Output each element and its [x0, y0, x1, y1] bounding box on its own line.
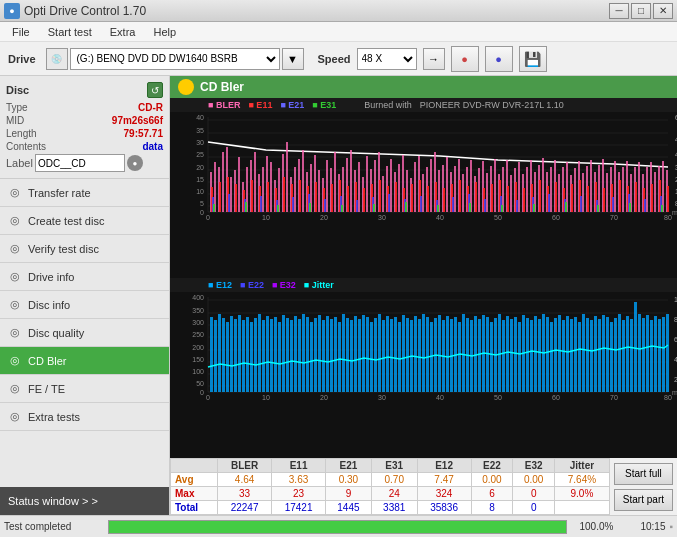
svg-rect-220: [388, 194, 390, 212]
svg-rect-103: [478, 168, 480, 212]
svg-rect-384: [598, 319, 601, 392]
svg-rect-246: [469, 203, 471, 212]
disc-contents-row: Contents data: [6, 141, 163, 152]
sidebar-item-fe-te[interactable]: ◎ FE / TE: [0, 375, 169, 403]
svg-rect-293: [234, 319, 237, 392]
menu-file[interactable]: File: [4, 24, 38, 40]
start-full-button[interactable]: Start full: [614, 463, 673, 485]
sidebar-item-verify-test-disc[interactable]: ◎ Verify test disc: [0, 235, 169, 263]
verify-test-disc-icon: ◎: [8, 242, 22, 256]
svg-rect-368: [534, 316, 537, 392]
svg-rect-216: [324, 199, 326, 212]
drive-arrow-btn[interactable]: ▼: [282, 48, 304, 70]
maximize-button[interactable]: □: [631, 3, 651, 19]
svg-rect-362: [510, 319, 513, 392]
svg-rect-354: [478, 319, 481, 392]
svg-rect-302: [270, 319, 273, 392]
drive-bar: Drive 💿 (G:) BENQ DVD DD DW1640 BSRB ▼ S…: [0, 42, 677, 76]
svg-text:0: 0: [200, 389, 204, 396]
create-test-disc-label: Create test disc: [28, 215, 104, 227]
svg-rect-309: [298, 319, 301, 392]
legend-jitter: ■ Jitter: [304, 280, 334, 290]
minimize-button[interactable]: ─: [609, 3, 629, 19]
drive-select[interactable]: (G:) BENQ DVD DD DW1640 BSRB: [70, 48, 280, 70]
svg-rect-338: [414, 316, 417, 392]
svg-text:min: min: [672, 209, 677, 216]
disc-refresh-button[interactable]: ↺: [147, 82, 163, 98]
svg-rect-137: [614, 161, 616, 212]
svg-rect-367: [530, 320, 533, 392]
save-button[interactable]: 💾: [519, 46, 547, 72]
chart1-area: ■ BLER ■ E11 ■ E21 ■ E31 Burned with PIO…: [170, 98, 677, 278]
sidebar-item-cd-bler[interactable]: ◎ CD Bler: [0, 347, 169, 375]
stats-row-label-max: Max: [171, 487, 218, 501]
svg-text:30: 30: [196, 139, 204, 146]
col-header-bler: BLER: [218, 459, 272, 473]
sidebar-item-transfer-rate[interactable]: ◎ Transfer rate: [0, 179, 169, 207]
stats-cell-avg-3: 0.70: [371, 473, 417, 487]
svg-rect-143: [638, 162, 640, 212]
toolbar-btn-2[interactable]: ●: [485, 46, 513, 72]
svg-text:15: 15: [196, 176, 204, 183]
svg-rect-59: [302, 150, 304, 212]
status-corner: ▪: [669, 521, 673, 532]
svg-rect-79: [382, 176, 384, 212]
svg-rect-377: [570, 319, 573, 392]
toolbar-btn-1[interactable]: ●: [451, 46, 479, 72]
sidebar-item-disc-info[interactable]: ◎ Disc info: [0, 291, 169, 319]
svg-text:50: 50: [494, 394, 502, 401]
svg-text:50: 50: [196, 380, 204, 387]
svg-rect-63: [318, 170, 320, 212]
menu-help[interactable]: Help: [145, 24, 184, 40]
svg-rect-359: [498, 314, 501, 392]
svg-rect-174: [395, 182, 397, 212]
svg-rect-304: [278, 322, 281, 392]
svg-rect-295: [242, 320, 245, 392]
drive-info-icon: ◎: [8, 270, 22, 284]
col-header-e11: E11: [272, 459, 326, 473]
svg-rect-388: [614, 318, 617, 392]
label-icon[interactable]: ●: [127, 155, 143, 171]
speed-select[interactable]: 48 X: [357, 48, 417, 70]
svg-rect-196: [571, 184, 573, 212]
stats-cell-total-7: [555, 501, 610, 515]
sidebar-item-create-test-disc[interactable]: ◎ Create test disc: [0, 207, 169, 235]
svg-rect-401: [666, 314, 669, 392]
disc-label-input[interactable]: [35, 154, 125, 172]
stats-cell-total-5: 8: [471, 501, 513, 515]
svg-rect-115: [526, 167, 528, 212]
status-time: 10:15: [625, 521, 665, 532]
svg-text:50: 50: [494, 214, 502, 221]
svg-rect-383: [594, 316, 597, 392]
svg-rect-317: [330, 319, 333, 392]
start-part-button[interactable]: Start part: [614, 489, 673, 511]
menu-extra[interactable]: Extra: [102, 24, 144, 40]
stats-cell-total-4: 35836: [417, 501, 471, 515]
sidebar-item-extra-tests[interactable]: ◎ Extra tests: [0, 403, 169, 431]
close-button[interactable]: ✕: [653, 3, 673, 19]
buttons-wrapper: Start full Start part: [610, 458, 677, 515]
svg-rect-65: [326, 160, 328, 212]
svg-rect-214: [292, 197, 294, 212]
sidebar-item-disc-quality[interactable]: ◎ Disc quality: [0, 319, 169, 347]
svg-rect-339: [418, 319, 421, 392]
drive-select-wrapper: 💿 (G:) BENQ DVD DD DW1640 BSRB ▼: [46, 48, 304, 70]
svg-rect-366: [526, 318, 529, 392]
svg-rect-208: [667, 186, 669, 212]
window-controls[interactable]: ─ □ ✕: [609, 3, 673, 19]
svg-rect-113: [518, 162, 520, 212]
svg-rect-166: [331, 184, 333, 212]
svg-rect-327: [370, 322, 373, 392]
status-window-button[interactable]: Status window > >: [0, 487, 169, 515]
menu-start-test[interactable]: Start test: [40, 24, 100, 40]
svg-text:5: 5: [200, 200, 204, 207]
svg-rect-194: [555, 182, 557, 212]
disc-title: Disc: [6, 84, 29, 96]
svg-text:20: 20: [320, 214, 328, 221]
svg-rect-373: [554, 318, 557, 392]
sidebar-item-drive-info[interactable]: ◎ Drive info: [0, 263, 169, 291]
svg-rect-287: [210, 317, 213, 392]
speed-arrow-btn[interactable]: →: [423, 48, 445, 70]
svg-rect-91: [430, 159, 432, 212]
extra-tests-icon: ◎: [8, 410, 22, 424]
